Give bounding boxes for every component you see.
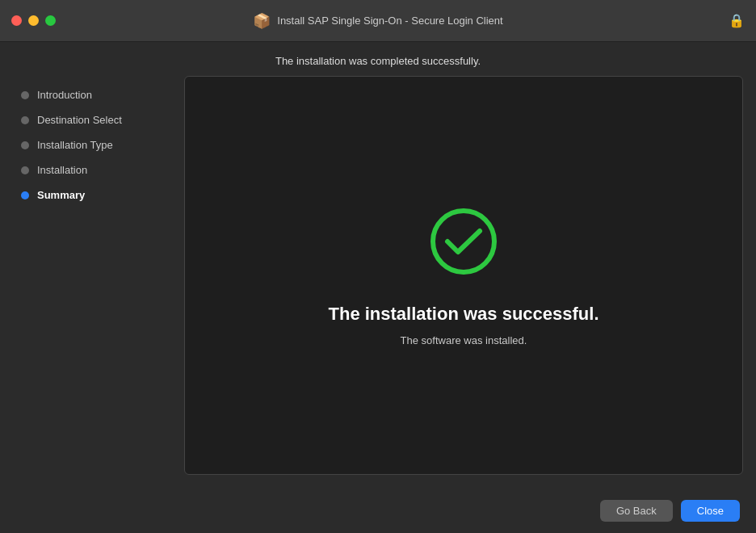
window-controls (11, 15, 56, 26)
svg-point-0 (433, 211, 494, 272)
sidebar-label-installation-type: Installation Type (37, 139, 113, 151)
sidebar-dot-introduction (21, 91, 29, 99)
app-icon: 📦 (253, 12, 271, 30)
main-content: Introduction Destination Select Installa… (0, 76, 756, 488)
sidebar-item-introduction: Introduction (13, 82, 174, 107)
sidebar-item-destination-select: Destination Select (13, 107, 174, 132)
success-circle-icon (427, 205, 500, 278)
success-icon-wrapper (427, 205, 500, 281)
content-panel: The installation was successful. The sof… (184, 76, 743, 475)
minimize-button[interactable] (28, 15, 39, 26)
success-title: The installation was successful. (329, 304, 599, 325)
title-content: 📦 Install SAP Single Sign-On - Secure Lo… (253, 12, 502, 30)
sidebar: Introduction Destination Select Installa… (13, 76, 174, 475)
sidebar-label-introduction: Introduction (37, 89, 92, 101)
maximize-button[interactable] (45, 15, 56, 26)
sidebar-item-summary: Summary (13, 183, 174, 208)
sidebar-dot-destination-select (21, 116, 29, 124)
lock-icon: 🔒 (729, 13, 745, 28)
close-button[interactable] (11, 15, 22, 26)
sidebar-item-installation: Installation (13, 157, 174, 183)
sidebar-label-destination-select: Destination Select (37, 114, 122, 126)
sidebar-label-installation: Installation (37, 164, 87, 176)
footer: Go Back Close (0, 488, 756, 533)
close-action-button[interactable]: Close (681, 500, 740, 522)
sidebar-label-summary: Summary (37, 189, 85, 201)
sidebar-dot-summary (21, 191, 29, 199)
status-text: The installation was completed successfu… (275, 55, 481, 67)
status-bar: The installation was completed successfu… (0, 42, 756, 76)
go-back-button[interactable]: Go Back (600, 500, 673, 522)
sidebar-dot-installation-type (21, 141, 29, 149)
success-subtitle: The software was installed. (401, 334, 527, 346)
sidebar-item-installation-type: Installation Type (13, 132, 174, 157)
sidebar-dot-installation (21, 166, 29, 174)
title-bar: 📦 Install SAP Single Sign-On - Secure Lo… (0, 0, 756, 42)
window-title: Install SAP Single Sign-On - Secure Logi… (277, 15, 502, 27)
